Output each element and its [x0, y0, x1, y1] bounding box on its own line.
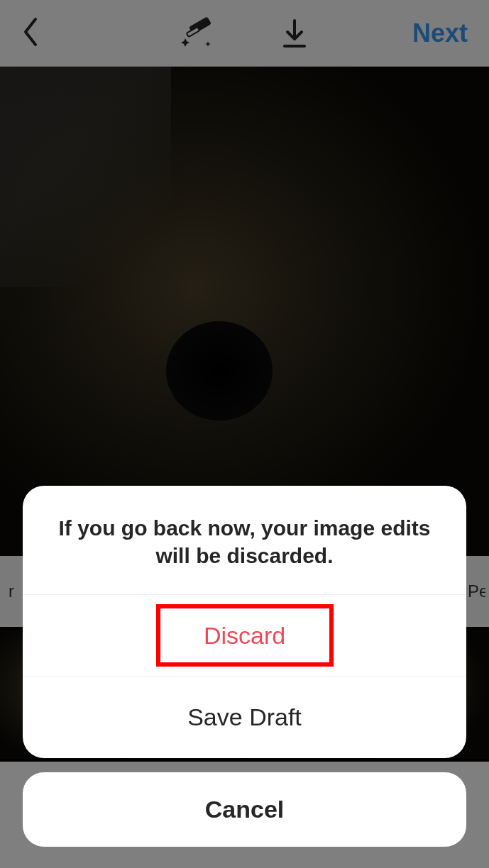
action-sheet-main: If you go back now, your image edits wil… — [23, 486, 466, 758]
cancel-label: Cancel — [205, 796, 285, 823]
tutorial-highlight-box — [156, 604, 334, 667]
save-draft-label: Save Draft — [187, 703, 302, 731]
action-sheet: If you go back now, your image edits wil… — [23, 486, 466, 847]
save-draft-button[interactable]: Save Draft — [23, 677, 466, 758]
cancel-button[interactable]: Cancel — [23, 772, 466, 847]
action-sheet-message: If you go back now, your image edits wil… — [23, 486, 466, 595]
discard-button[interactable]: Discard — [23, 595, 466, 677]
